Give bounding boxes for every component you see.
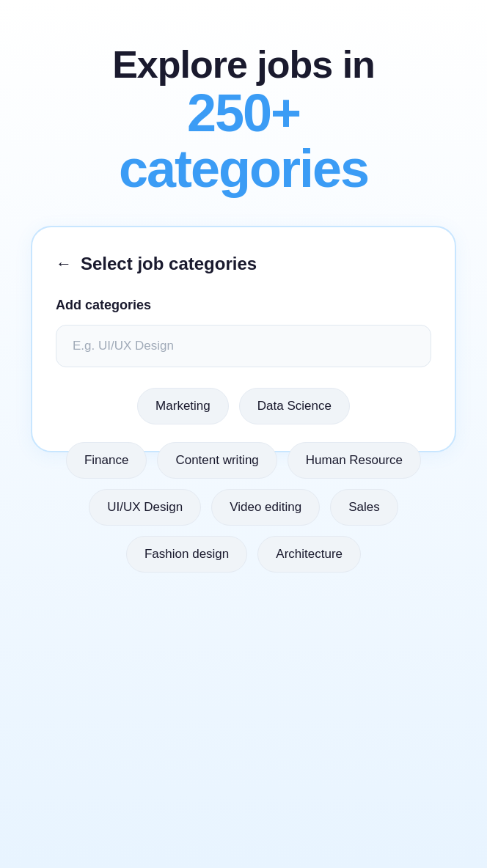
card-title: Select job categories [81, 254, 257, 274]
card-header: ← Select job categories [56, 254, 431, 274]
highlight-number: 250+ categories [112, 86, 375, 196]
category-search-input[interactable] [56, 325, 431, 367]
headline-line1: Explore jobs in [112, 43, 375, 86]
categories-area: Finance Content writing Human Resource U… [31, 432, 456, 573]
chip-marketing[interactable]: Marketing [137, 388, 229, 424]
header-section: Explore jobs in 250+ categories [112, 44, 375, 196]
chip-finance[interactable]: Finance [66, 442, 147, 479]
chip-architecture[interactable]: Architecture [257, 536, 361, 573]
add-categories-label: Add categories [56, 298, 431, 313]
chip-video-editing[interactable]: Video editing [211, 489, 320, 526]
chip-sales[interactable]: Sales [330, 489, 398, 526]
chip-uiux-design[interactable]: UI/UX Design [89, 489, 201, 526]
chips-row-4: Fashion design Architecture [31, 536, 456, 573]
chip-fashion-design[interactable]: Fashion design [126, 536, 247, 573]
chip-content-writing[interactable]: Content writing [157, 442, 277, 479]
chip-human-resource[interactable]: Human Resource [288, 442, 421, 479]
back-button[interactable]: ← [56, 254, 72, 273]
chip-data-science[interactable]: Data Science [239, 388, 350, 424]
chips-row-1: Marketing Data Science [56, 388, 431, 424]
chips-row-3: UI/UX Design Video editing Sales [31, 489, 456, 526]
headline-text: Explore jobs in [112, 44, 375, 86]
chips-row-2: Finance Content writing Human Resource [31, 442, 456, 479]
job-categories-card: ← Select job categories Add categories M… [31, 226, 456, 452]
